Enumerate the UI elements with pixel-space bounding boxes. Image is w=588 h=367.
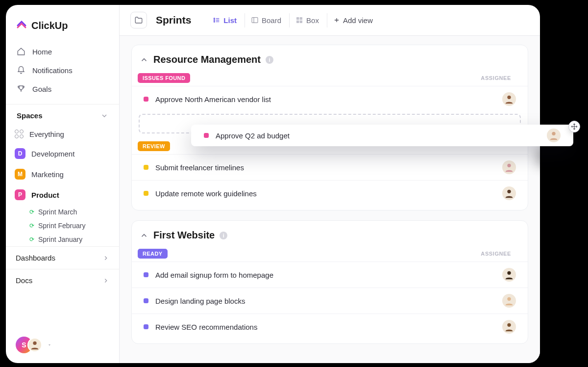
sprint-list: ⟳Sprint March⟳Sprint February⟳Sprint Jan…: [6, 205, 119, 246]
task-row[interactable]: Add email signup form to homepage: [132, 262, 528, 288]
space-item-marketing[interactable]: MMarketing: [6, 164, 119, 184]
page-title: Sprints: [156, 14, 191, 26]
task-row[interactable]: Review SEO recommendations: [132, 314, 528, 340]
dragging-task-card[interactable]: Approve Q2 ad budget: [191, 125, 573, 146]
svg-point-13: [507, 297, 511, 301]
caret-down-icon: [47, 342, 52, 347]
board-view-icon: [251, 16, 259, 24]
status-square: [204, 133, 209, 138]
status-group-header: ISSUES FOUND ASSIGNEE: [132, 70, 528, 86]
view-tabs: List Board Box Add view: [207, 13, 378, 27]
assignee-avatar[interactable]: [502, 160, 516, 174]
list-view-icon: [213, 16, 220, 24]
sprint-item[interactable]: ⟳Sprint January: [29, 233, 119, 246]
task-row[interactable]: Update remote work guidelines: [132, 180, 528, 206]
svg-point-2: [214, 20, 215, 21]
nav-goals[interactable]: Goals: [11, 79, 114, 98]
status-chip[interactable]: REVIEW: [138, 141, 170, 151]
status-square: [144, 324, 148, 329]
task-row[interactable]: Approve North American vendor list: [132, 86, 528, 112]
sidebar-dashboards[interactable]: Dashboards: [6, 246, 119, 269]
space-item-development[interactable]: DDevelopment: [6, 143, 119, 164]
view-tab-box[interactable]: Box: [289, 13, 325, 27]
list-card: First Website i READY ASSIGNEE Add email…: [131, 220, 528, 344]
list-header[interactable]: Resource Management i: [132, 54, 528, 70]
sprint-icon: ⟳: [29, 209, 34, 215]
sprint-item[interactable]: ⟳Sprint February: [29, 219, 119, 233]
chevron-down-icon: [100, 112, 108, 120]
space-badge: D: [15, 148, 25, 159]
space-item-product[interactable]: PProduct: [6, 184, 119, 205]
space-label: Product: [31, 191, 59, 199]
assignee-avatar[interactable]: [502, 320, 516, 334]
brand-name: ClickUp: [31, 20, 68, 31]
primary-nav: Home Notifications Goals: [6, 40, 119, 100]
trophy-icon: [17, 84, 25, 93]
nav-notifications[interactable]: Notifications: [11, 61, 114, 79]
home-icon: [17, 47, 25, 56]
main: Sprints List Board Box Add view: [120, 5, 540, 363]
assignee-avatar[interactable]: [502, 294, 516, 308]
everything-label: Everything: [29, 130, 64, 138]
content-scroll[interactable]: Resource Management i ISSUES FOUND ASSIG…: [120, 36, 540, 363]
list-title: First Website: [153, 230, 215, 241]
view-tab-list[interactable]: List: [207, 13, 243, 27]
chevron-right-icon: [102, 255, 109, 262]
grid-icon: [15, 130, 24, 138]
sidebar: ClickUp Home Notifications Goals Spaces …: [6, 5, 120, 363]
task-row[interactable]: Design landing page blocks: [132, 288, 528, 314]
space-label: Development: [31, 150, 74, 158]
avatar-stack: S: [16, 337, 42, 353]
task-name: Design landing page blocks: [155, 297, 245, 305]
status-square: [144, 298, 148, 303]
space-label: Marketing: [31, 170, 64, 179]
box-view-icon: [295, 16, 303, 24]
user-photo-avatar: [27, 338, 42, 352]
assignee-avatar[interactable]: [502, 186, 516, 200]
svg-point-1: [214, 18, 215, 19]
assignee-avatar[interactable]: [502, 92, 516, 106]
svg-rect-6: [300, 17, 302, 20]
task-name: Submit freelancer timelines: [155, 163, 244, 172]
task-name: Update remote work guidelines: [155, 189, 257, 198]
list-header[interactable]: First Website i: [132, 230, 528, 246]
nav-home[interactable]: Home: [11, 42, 114, 61]
brand[interactable]: ClickUp: [6, 14, 119, 40]
docs-label: Docs: [16, 276, 32, 285]
svg-rect-5: [296, 17, 299, 20]
info-icon[interactable]: i: [220, 232, 227, 239]
sprint-item[interactable]: ⟳Sprint March: [29, 205, 119, 219]
svg-point-3: [214, 21, 215, 22]
view-tab-board[interactable]: Board: [245, 13, 287, 27]
svg-point-10: [507, 164, 511, 167]
svg-point-15: [552, 132, 555, 135]
task-row[interactable]: Submit freelancer timelines: [132, 154, 528, 180]
status-chip[interactable]: ISSUES FOUND: [138, 73, 190, 83]
svg-point-0: [33, 341, 36, 345]
sidebar-docs[interactable]: Docs: [6, 269, 119, 291]
add-view-label: Add view: [343, 16, 373, 25]
status-chip[interactable]: READY: [138, 249, 168, 259]
svg-point-12: [507, 271, 511, 275]
sidebar-everything[interactable]: Everything: [6, 125, 119, 143]
task-name: Add email signup form to homepage: [155, 271, 273, 279]
status-square: [144, 191, 148, 196]
svg-rect-4: [252, 18, 258, 23]
brand-logo-icon: [16, 20, 27, 31]
folder-icon[interactable]: [130, 12, 147, 28]
chevron-up-icon[interactable]: [140, 55, 148, 64]
add-view-button[interactable]: Add view: [327, 13, 379, 27]
sprint-icon: ⟳: [29, 222, 34, 229]
assignee-avatar[interactable]: [502, 268, 516, 282]
assignee-avatar[interactable]: [547, 129, 561, 142]
topbar: Sprints List Board Box Add view: [120, 5, 540, 36]
info-icon[interactable]: i: [266, 56, 273, 64]
spaces-header[interactable]: Spaces: [6, 104, 119, 125]
task-name: Approve North American vendor list: [155, 95, 271, 104]
status-square: [144, 97, 148, 102]
user-menu[interactable]: S: [6, 331, 119, 363]
chevron-up-icon[interactable]: [140, 231, 148, 240]
dragging-task-name: Approve Q2 ad budget: [216, 131, 290, 140]
view-tab-box-label: Box: [306, 16, 319, 25]
status-square: [144, 165, 148, 170]
